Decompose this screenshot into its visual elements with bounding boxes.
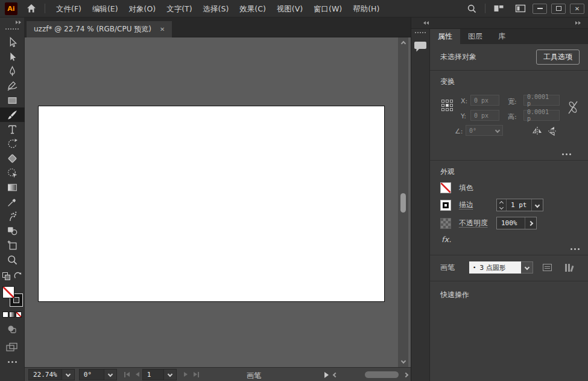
- fill-color-swatch[interactable]: [440, 182, 451, 193]
- maximize-button[interactable]: [551, 4, 566, 14]
- symbol-sprayer-tool[interactable]: [0, 209, 25, 223]
- menu-file[interactable]: 文件(F): [51, 0, 87, 18]
- canvas-area[interactable]: [25, 37, 411, 367]
- home-icon[interactable]: [24, 2, 39, 15]
- stroke-weight-value[interactable]: 1 pt: [507, 199, 531, 211]
- previous-artboard-icon[interactable]: [136, 372, 139, 377]
- minimize-button[interactable]: [533, 4, 547, 14]
- scroll-left-icon[interactable]: [333, 372, 338, 377]
- scroll-right-icon[interactable]: [403, 372, 408, 377]
- workspace-switcher-icon[interactable]: [513, 2, 528, 15]
- tab-properties[interactable]: 属性: [430, 29, 460, 44]
- fx-button[interactable]: fx.: [441, 235, 580, 244]
- y-field[interactable]: 0 px: [470, 110, 499, 121]
- next-artboard-icon[interactable]: [184, 372, 188, 377]
- selection-tool[interactable]: [0, 35, 25, 50]
- first-artboard-icon[interactable]: [124, 372, 130, 377]
- width-field[interactable]: 0.0001 p: [523, 95, 560, 106]
- artboard-number-value[interactable]: 1: [142, 369, 164, 380]
- scroll-up-icon[interactable]: [400, 39, 406, 48]
- shape-builder-tool[interactable]: [0, 165, 25, 180]
- document-tab[interactable]: uzzf* @ 22.74 % (RGB/CPU 预览) ✕: [27, 21, 172, 37]
- rotation-control[interactable]: 0°: [79, 369, 117, 380]
- pen-tool[interactable]: [0, 64, 25, 78]
- drawing-mode-button[interactable]: [6, 324, 18, 336]
- rotation-value[interactable]: 0°: [79, 369, 104, 380]
- flip-vertical-icon[interactable]: [548, 126, 557, 136]
- eyedropper-tool[interactable]: [0, 194, 25, 209]
- search-icon[interactable]: [464, 2, 479, 15]
- horizontal-scrollbar[interactable]: [334, 370, 408, 380]
- none-button[interactable]: [16, 312, 22, 318]
- vertical-scrollbar[interactable]: [398, 37, 408, 367]
- direct-selection-tool[interactable]: [0, 50, 25, 64]
- type-tool[interactable]: [0, 122, 25, 136]
- horizontal-scrollbar-track[interactable]: [340, 370, 402, 380]
- zoom-level-control[interactable]: 22.74%: [28, 369, 75, 380]
- collapse-panels-icon[interactable]: [575, 21, 581, 25]
- artboard-tool[interactable]: [0, 238, 25, 252]
- curvature-tool[interactable]: [0, 78, 25, 93]
- transform-more-options[interactable]: [562, 153, 571, 155]
- color-button[interactable]: [2, 312, 8, 318]
- last-artboard-icon[interactable]: [194, 372, 199, 377]
- status-expand-icon[interactable]: [324, 372, 329, 378]
- menu-help[interactable]: 帮助(H): [347, 0, 385, 18]
- opacity-control[interactable]: 100%: [496, 217, 537, 229]
- collapse-comments-icon[interactable]: [423, 21, 429, 25]
- toolbar-grip[interactable]: [5, 28, 19, 30]
- gradient-tool[interactable]: [0, 180, 25, 194]
- stroke-label[interactable]: 描边: [459, 200, 496, 210]
- horizontal-scrollbar-thumb[interactable]: [365, 371, 399, 378]
- collapse-toolbar-icon[interactable]: [15, 21, 21, 24]
- zoom-dropdown-icon[interactable]: [62, 369, 75, 380]
- tab-close-icon[interactable]: ✕: [160, 26, 165, 33]
- comments-icon[interactable]: [414, 40, 427, 53]
- artboard-dropdown-icon[interactable]: [164, 369, 177, 380]
- rotate-tool[interactable]: [0, 136, 25, 151]
- brush-libraries-icon[interactable]: [565, 264, 573, 272]
- menu-effect[interactable]: 效果(C): [234, 0, 271, 18]
- menu-window[interactable]: 窗口(W): [308, 0, 347, 18]
- stroke-weight-stepper[interactable]: [497, 199, 507, 211]
- menu-type[interactable]: 文字(T): [161, 0, 197, 18]
- stroke-weight-dropdown-icon[interactable]: [531, 199, 543, 211]
- artboard-navigation-control[interactable]: 1: [142, 369, 177, 380]
- close-button[interactable]: ✕: [570, 4, 584, 14]
- menu-edit[interactable]: 编辑(E): [87, 0, 124, 18]
- zoom-tool[interactable]: [0, 252, 25, 267]
- tool-options-button[interactable]: 工具选项: [536, 50, 580, 65]
- edit-toolbar-button[interactable]: [8, 361, 17, 363]
- stroke-color-swatch[interactable]: [440, 200, 451, 211]
- tab-libraries[interactable]: 库: [490, 29, 513, 44]
- x-field[interactable]: 0 px: [470, 95, 499, 106]
- fill-label[interactable]: 填色: [459, 183, 496, 193]
- appearance-more-options[interactable]: [571, 248, 580, 250]
- height-field[interactable]: 0.0001 p: [523, 110, 560, 121]
- gradient-button[interactable]: [9, 312, 15, 318]
- rectangle-tool[interactable]: [0, 93, 25, 107]
- brush-select[interactable]: • 3 点圆形: [469, 261, 533, 274]
- menu-select[interactable]: 选择(S): [198, 0, 235, 18]
- brush-dropdown-icon[interactable]: [521, 261, 533, 274]
- menu-object[interactable]: 对象(O): [124, 0, 162, 18]
- flip-horizontal-icon[interactable]: [532, 126, 543, 135]
- brush-options-icon[interactable]: [543, 264, 552, 271]
- arrange-documents-icon[interactable]: [491, 2, 507, 15]
- eraser-tool[interactable]: [0, 151, 25, 165]
- panel-grip[interactable]: [415, 32, 426, 33]
- opacity-expand-icon[interactable]: [525, 217, 536, 229]
- screen-mode-button[interactable]: [5, 342, 19, 353]
- opacity-swatch[interactable]: [440, 218, 451, 229]
- blend-tool[interactable]: [0, 223, 25, 238]
- menu-view[interactable]: 视图(V): [271, 0, 308, 18]
- artboard[interactable]: [38, 106, 385, 302]
- vertical-scrollbar-thumb[interactable]: [400, 193, 406, 213]
- swap-fill-stroke-icon[interactable]: [14, 272, 22, 280]
- stroke-weight-control[interactable]: 1 pt: [496, 199, 543, 211]
- opacity-value[interactable]: 100%: [497, 217, 525, 229]
- zoom-level-value[interactable]: 22.74%: [28, 369, 62, 380]
- rotation-dropdown-icon[interactable]: [104, 369, 117, 380]
- default-fill-stroke-icon[interactable]: [2, 272, 10, 280]
- tab-layers[interactable]: 图层: [460, 29, 490, 44]
